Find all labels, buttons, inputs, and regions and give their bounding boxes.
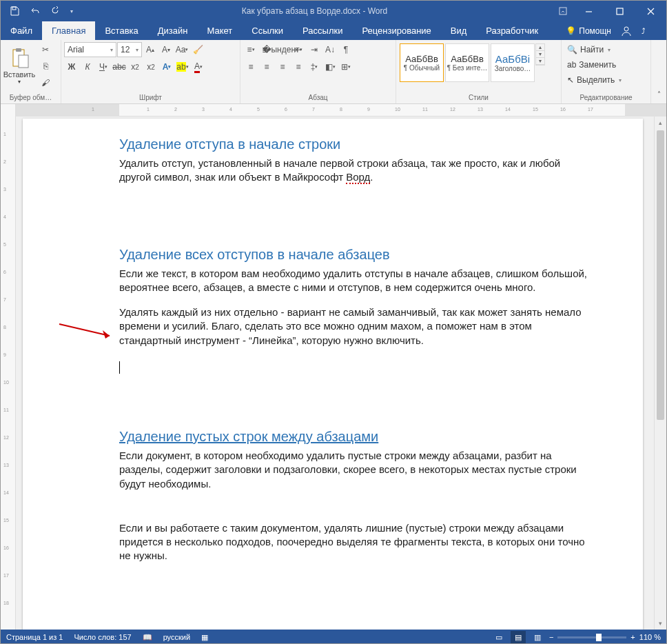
window-title: Как убрать абзац в Ворде.docx - Word xyxy=(76,6,553,16)
page-indicator[interactable]: Страница 1 из 1 xyxy=(6,633,63,641)
replace-button[interactable]: abЗаменить xyxy=(564,57,619,72)
multilevel-button[interactable]: �ындент▾ xyxy=(275,42,290,57)
print-layout-button[interactable]: ▤ xyxy=(511,631,526,643)
group-editing: 🔍Найти▾ abЗаменить ↖Выделить▾ Редактиров… xyxy=(562,40,651,103)
styles-scroll-up[interactable]: ▴ xyxy=(536,44,544,51)
zoom-slider-thumb[interactable] xyxy=(596,634,602,641)
change-case-button[interactable]: Aa▾ xyxy=(174,42,189,57)
style-heading1[interactable]: АаБбВіЗаголово… xyxy=(491,43,535,82)
redo-button[interactable] xyxy=(46,1,65,21)
show-marks-button[interactable]: ¶ xyxy=(338,42,353,57)
subscript-button[interactable]: x2 xyxy=(127,59,143,74)
macro-indicator[interactable]: ▦ xyxy=(201,633,208,642)
svg-rect-6 xyxy=(19,55,28,68)
align-right-button[interactable]: ≡ xyxy=(275,59,290,74)
qat-customize-button[interactable]: ▾ xyxy=(67,1,76,21)
document-viewport: 112 345 678 91011 121314 151617 Удаление… xyxy=(16,104,666,630)
style-preview: АаБбВв xyxy=(451,54,484,64)
save-button[interactable] xyxy=(5,1,24,21)
page[interactable]: Удаление отступа в начале строки Удалить… xyxy=(23,119,643,630)
ribbon-display-options[interactable] xyxy=(553,1,573,21)
scroll-up-button[interactable]: ▴ xyxy=(655,117,666,129)
word-count[interactable]: Число слов: 157 xyxy=(74,633,131,641)
tab-design[interactable]: Дизайн xyxy=(148,21,198,40)
copy-button[interactable]: ⎘ xyxy=(38,59,53,74)
format-painter-button[interactable]: 🖌 xyxy=(38,75,53,90)
tab-developer[interactable]: Разработчик xyxy=(476,21,548,40)
select-button[interactable]: ↖Выделить▾ xyxy=(564,72,624,88)
text-effects-button[interactable]: A▾ xyxy=(159,59,174,74)
align-left-button[interactable]: ≡ xyxy=(243,59,258,74)
group-font: Arial▾ 12▾ A▴ A▾ Aa▾ 🧹 Ж К Ч▾ abc x2 x2 … xyxy=(61,40,240,103)
sort-button[interactable]: A↓ xyxy=(322,42,338,57)
tab-layout[interactable]: Макет xyxy=(197,21,242,40)
language-indicator[interactable]: русский xyxy=(163,633,190,641)
font-name-combo[interactable]: Arial▾ xyxy=(64,42,116,57)
account-button[interactable] xyxy=(618,23,635,39)
scrollbar-thumb[interactable] xyxy=(657,130,664,420)
group-editing-label: Редактирование xyxy=(564,92,648,103)
read-mode-button[interactable]: ▭ xyxy=(491,631,506,643)
underline-button[interactable]: Ч▾ xyxy=(96,59,111,74)
zoom-slider[interactable] xyxy=(557,636,626,638)
italic-button[interactable]: К xyxy=(80,59,95,74)
spellcheck-word[interactable]: Ворд xyxy=(346,171,370,184)
superscript-button[interactable]: x2 xyxy=(143,59,158,74)
quick-access-toolbar: ▾ xyxy=(1,1,76,21)
borders-button[interactable]: ⊞▾ xyxy=(338,59,353,74)
grow-font-button[interactable]: A▴ xyxy=(143,42,158,57)
tab-file[interactable]: Файл xyxy=(1,21,42,40)
bold-button[interactable]: Ж xyxy=(64,59,79,74)
close-button[interactable] xyxy=(635,1,666,21)
workarea: 123 456 789 101112 131415 161718 112 345… xyxy=(1,104,666,630)
find-button[interactable]: 🔍Найти▾ xyxy=(564,42,613,57)
minimize-button[interactable] xyxy=(573,1,604,21)
align-center-button[interactable]: ≡ xyxy=(259,59,274,74)
line-spacing-button[interactable]: ‡▾ xyxy=(307,59,322,74)
tab-home[interactable]: Главная xyxy=(42,21,95,40)
font-color-button[interactable]: A▾ xyxy=(191,59,206,74)
tab-insert[interactable]: Вставка xyxy=(95,21,147,40)
group-clipboard: Вставить ▾ ✂ ⎘ 🖌 Буфер обм… xyxy=(1,40,61,103)
font-name-value: Arial xyxy=(68,45,84,54)
bullets-button[interactable]: ≡▾ xyxy=(243,42,258,57)
strikethrough-button[interactable]: abc xyxy=(112,59,127,74)
maximize-button[interactable] xyxy=(604,1,635,21)
tab-review[interactable]: Рецензирование xyxy=(352,21,440,40)
horizontal-ruler[interactable]: 112 345 678 91011 121314 151617 xyxy=(16,104,666,117)
style-name: ¶ Обычный xyxy=(404,64,440,72)
cut-button[interactable]: ✂ xyxy=(38,42,53,57)
tell-me-button[interactable]: 💡Помощн xyxy=(566,26,611,36)
zoom-level[interactable]: 110 % xyxy=(639,633,661,641)
justify-button[interactable]: ≡ xyxy=(291,59,306,74)
ribbon: Вставить ▾ ✂ ⎘ 🖌 Буфер обм… Arial▾ 12▾ A… xyxy=(1,40,666,104)
tab-references[interactable]: Ссылки xyxy=(242,21,293,40)
undo-button[interactable] xyxy=(25,1,45,21)
vertical-ruler[interactable]: 123 456 789 101112 131415 161718 xyxy=(1,104,16,630)
increase-indent-button[interactable]: ⇥ xyxy=(307,42,322,57)
tab-view[interactable]: Вид xyxy=(441,21,477,40)
clear-formatting-button[interactable]: 🧹 xyxy=(190,42,205,57)
web-layout-button[interactable]: ▥ xyxy=(530,631,545,643)
paragraph: Если и вы работаете с таким документом, … xyxy=(119,521,595,563)
shrink-font-button[interactable]: A▾ xyxy=(158,42,174,57)
tab-mailings[interactable]: Рассылки xyxy=(293,21,352,40)
decrease-indent-button[interactable]: ⇤ xyxy=(291,42,306,57)
paste-button[interactable]: Вставить ▾ xyxy=(3,42,35,89)
share-button[interactable]: ⤴ xyxy=(642,27,646,35)
spellcheck-indicator[interactable]: 📖 xyxy=(143,633,152,642)
font-size-combo[interactable]: 12▾ xyxy=(117,42,142,57)
ribbon-tabs: Файл Главная Вставка Дизайн Макет Ссылки… xyxy=(1,21,666,40)
zoom-in-button[interactable]: + xyxy=(630,633,635,641)
zoom-out-button[interactable]: − xyxy=(549,633,553,641)
vertical-scrollbar[interactable]: ▴ ▾ xyxy=(654,117,666,630)
shading-button[interactable]: ◧▾ xyxy=(322,59,338,74)
styles-scroll-down[interactable]: ▾ xyxy=(536,51,544,58)
style-no-spacing[interactable]: АаБбВв¶ Без инте… xyxy=(445,43,489,82)
style-normal[interactable]: АаБбВв¶ Обычный xyxy=(400,43,444,82)
collapse-ribbon-button[interactable]: ˄ xyxy=(651,86,666,101)
document-scroll[interactable]: Удаление отступа в начале строки Удалить… xyxy=(16,117,654,630)
highlight-button[interactable]: ab▾ xyxy=(175,59,190,74)
scroll-down-button[interactable]: ▾ xyxy=(655,617,666,630)
styles-expand[interactable]: ▾ xyxy=(536,58,544,65)
